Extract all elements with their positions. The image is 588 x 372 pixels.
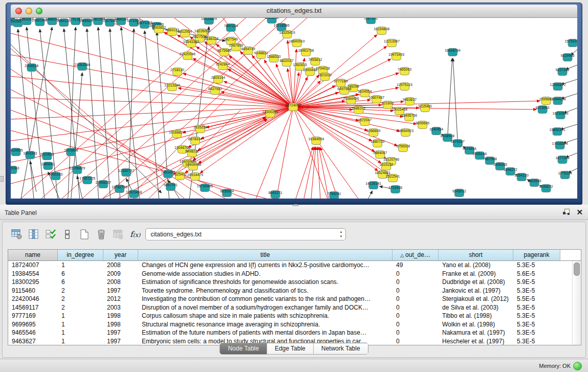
memory-status-icon[interactable] — [573, 362, 582, 370]
table-row[interactable]: 911546021997Tourette syndrome. Phenomeno… — [8, 287, 581, 295]
table-cell[interactable]: 2008 — [103, 261, 138, 270]
column-header-in-degree[interactable]: in_degree — [58, 250, 103, 260]
table-cell[interactable]: 18300295 — [8, 278, 58, 287]
column-header-year[interactable]: year — [103, 250, 138, 260]
table-cell[interactable]: 2 — [58, 303, 103, 312]
graph-edge[interactable] — [82, 18, 287, 199]
table-cell[interactable]: 22420046 — [8, 295, 58, 303]
table-cell[interactable]: 19384554 — [8, 270, 58, 278]
table-cell[interactable]: 1 — [58, 261, 103, 270]
table-cell[interactable]: 1 — [58, 312, 103, 320]
table-cell[interactable]: Stergiakouli et al. (2012) — [439, 295, 513, 303]
table-cell[interactable]: Tourette syndrome. Phenomenology and cla… — [138, 287, 393, 295]
graph-edge[interactable] — [30, 161, 36, 192]
graph-edge[interactable] — [11, 33, 293, 107]
table-cell[interactable]: 5.3E-5 — [513, 261, 560, 270]
table-cell[interactable]: Franke et al. (2009) — [439, 270, 513, 278]
table-cell[interactable]: 5.5E-5 — [513, 295, 560, 303]
table-cell[interactable]: 2 — [58, 287, 103, 295]
table-cell[interactable]: Wolkin et al. (1998) — [439, 320, 513, 329]
column-header-title[interactable]: title — [138, 250, 393, 260]
panel-edge-handle[interactable] — [0, 176, 4, 182]
table-cell[interactable]: 1998 — [103, 312, 138, 320]
graph-edge[interactable] — [201, 107, 293, 139]
new-file-icon[interactable] — [77, 227, 92, 242]
table-settings-icon[interactable] — [10, 227, 24, 242]
column-header-name[interactable]: name — [8, 250, 58, 260]
table-cell[interactable]: 9115460 — [8, 287, 58, 295]
delete-table-icon[interactable] — [111, 227, 125, 242]
table-cell[interactable]: Yano et al. (2008) — [439, 261, 513, 270]
row-select-icon[interactable] — [43, 227, 58, 242]
tab-edge-table[interactable]: Edge Table — [267, 343, 314, 354]
table-row[interactable]: 1872400712008Changes of HCN gene express… — [8, 261, 581, 270]
table-cell[interactable]: 0 — [393, 287, 439, 295]
table-cell[interactable]: 14569117 — [8, 303, 58, 312]
table-cell[interactable]: 9777169 — [8, 312, 58, 320]
graph-edge[interactable] — [178, 88, 293, 107]
table-cell[interactable]: Corpus callosum shape and size in male p… — [138, 312, 393, 320]
graph-edge[interactable] — [87, 29, 99, 199]
table-cell[interactable]: 1997 — [103, 287, 138, 295]
cell-stack-icon[interactable] — [60, 227, 75, 242]
graph-edge[interactable] — [453, 58, 458, 143]
table-cell[interactable]: 5.3E-5 — [513, 312, 560, 320]
table-cell[interactable]: 5.3E-5 — [513, 320, 560, 329]
tab-node-table[interactable]: Node Table — [220, 343, 267, 354]
table-cell[interactable]: 1 — [58, 329, 103, 337]
graph-edge[interactable] — [18, 29, 34, 199]
table-cell[interactable]: 0 — [393, 329, 439, 337]
table-cell[interactable]: 5.3E-5 — [513, 329, 560, 337]
graph-edge[interactable] — [11, 107, 293, 141]
graph-edge[interactable] — [447, 58, 452, 138]
table-cell[interactable]: de Silva et al. (2003) — [439, 303, 513, 312]
table-cell[interactable]: Estimation of the future numbers of pati… — [138, 329, 393, 337]
table-cell[interactable]: Genome-wide association studies in ADHD. — [138, 270, 393, 278]
graph-edge[interactable] — [118, 118, 266, 199]
table-cell[interactable]: 1 — [58, 320, 103, 329]
network-window-titlebar[interactable]: citations_edges.txt — [11, 5, 577, 18]
table-cell[interactable]: 0 — [393, 303, 439, 312]
table-cell[interactable]: 1997 — [103, 329, 138, 337]
table-cell[interactable]: 6 — [58, 270, 103, 278]
table-row[interactable]: 969969511998Structural magnetic resonanc… — [8, 320, 581, 329]
table-cell[interactable]: 0 — [393, 270, 439, 278]
column-chooser-icon[interactable] — [27, 227, 41, 242]
table-scrollbar-thumb[interactable] — [574, 262, 580, 276]
table-cell[interactable]: Changes of HCN gene expression and I(f) … — [138, 261, 393, 270]
column-header-short[interactable]: short — [439, 250, 513, 260]
trash-icon[interactable] — [94, 227, 108, 242]
tab-network-table[interactable]: Network Table — [314, 343, 368, 354]
graph-edge[interactable] — [368, 191, 373, 199]
function-icon[interactable]: f(x) — [130, 230, 140, 239]
table-cell[interactable]: Structural magnetic resonance image aver… — [138, 320, 393, 329]
graph-edge[interactable] — [98, 27, 111, 199]
graph-edge[interactable] — [293, 101, 540, 107]
graph-edge[interactable] — [200, 107, 293, 173]
table-row[interactable]: 1456911722003Disruption of a novel membe… — [8, 303, 581, 312]
float-panel-icon[interactable] — [563, 209, 570, 216]
table-cell[interactable]: Investigating the contribution of common… — [138, 295, 393, 303]
table-cell[interactable]: Jankovic et al. (1997) — [439, 287, 513, 295]
table-row[interactable]: 2242004622012Investigating the contribut… — [8, 295, 581, 303]
graph-edge[interactable] — [276, 107, 293, 199]
network-graph[interactable]: 2035718240557285532672069140619860549664… — [11, 18, 577, 199]
network-canvas[interactable]: 2035718240557285532672069140619860549664… — [11, 18, 577, 199]
table-cell[interactable]: 2003 — [103, 303, 138, 312]
graph-edge[interactable] — [27, 27, 45, 199]
table-cell[interactable]: 18724007 — [8, 261, 58, 270]
table-cell[interactable]: 49 — [393, 261, 439, 270]
table-cell[interactable]: 2009 — [103, 270, 138, 278]
table-cell[interactable]: 2 — [58, 295, 103, 303]
table-selector-dropdown[interactable]: citations_edges.txt ▲▼ — [145, 228, 346, 240]
table-cell[interactable]: 0 — [393, 320, 439, 329]
table-cell[interactable]: 2008 — [103, 278, 138, 287]
column-header-pagerank[interactable]: pagerank — [513, 250, 560, 260]
table-cell[interactable]: Estimation of significance thresholds fo… — [138, 278, 393, 287]
table-cell[interactable]: 5.6E-5 — [513, 270, 560, 278]
table-cell[interactable]: 0 — [393, 278, 439, 287]
close-panel-icon[interactable]: ✕ — [576, 209, 583, 216]
table-row[interactable]: 946554611997Estimation of the future num… — [8, 329, 581, 337]
table-cell[interactable]: 2012 — [103, 295, 138, 303]
table-cell[interactable]: 0 — [393, 295, 439, 303]
